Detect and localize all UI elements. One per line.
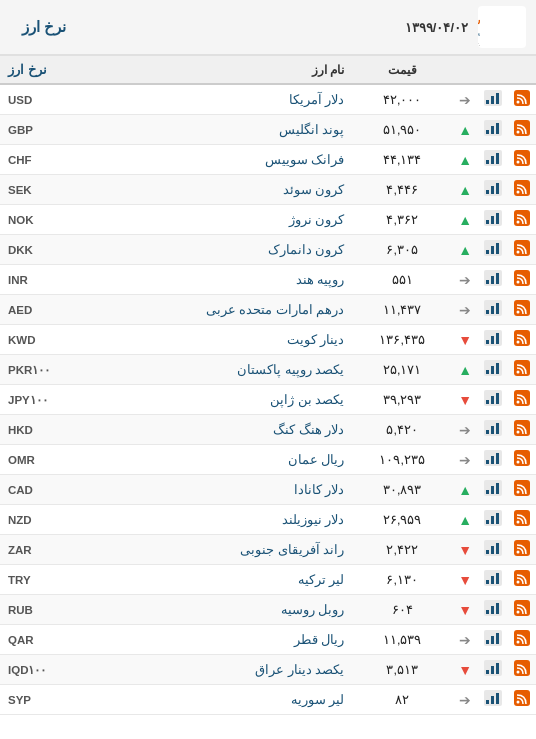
svg-rect-85 xyxy=(486,490,489,494)
chart-icon[interactable] xyxy=(484,480,502,496)
chart-cell[interactable] xyxy=(478,235,508,265)
rss-icon[interactable] xyxy=(514,450,530,466)
arrow-down-icon: ▼ xyxy=(458,332,472,348)
chart-cell[interactable] xyxy=(478,115,508,145)
rss-icon[interactable] xyxy=(514,150,530,166)
rss-cell[interactable] xyxy=(508,175,536,205)
rss-icon[interactable] xyxy=(514,120,530,136)
chart-icon[interactable] xyxy=(484,180,502,196)
chart-cell[interactable] xyxy=(478,84,508,115)
chart-cell[interactable] xyxy=(478,325,508,355)
svg-point-59 xyxy=(517,371,520,374)
chart-icon[interactable] xyxy=(484,600,502,616)
chart-icon[interactable] xyxy=(484,120,502,136)
rss-icon[interactable] xyxy=(514,420,530,436)
rss-icon[interactable] xyxy=(514,690,530,706)
currency-code: DKK xyxy=(0,235,60,265)
svg-rect-99 xyxy=(496,543,499,554)
rss-cell[interactable] xyxy=(508,84,536,115)
chart-cell[interactable] xyxy=(478,655,508,685)
rss-cell[interactable] xyxy=(508,565,536,595)
chart-icon[interactable] xyxy=(484,690,502,706)
rss-icon[interactable] xyxy=(514,510,530,526)
chart-icon[interactable] xyxy=(484,240,502,256)
rss-cell[interactable] xyxy=(508,115,536,145)
chart-cell[interactable] xyxy=(478,445,508,475)
rss-icon[interactable] xyxy=(514,180,530,196)
chart-cell[interactable] xyxy=(478,355,508,385)
chart-cell[interactable] xyxy=(478,205,508,235)
chart-icon[interactable] xyxy=(484,660,502,676)
svg-rect-4 xyxy=(514,90,530,106)
rss-cell[interactable] xyxy=(508,205,536,235)
trend-arrow-cell: ➔ xyxy=(452,265,478,295)
chart-cell[interactable] xyxy=(478,475,508,505)
rss-cell[interactable] xyxy=(508,445,536,475)
rss-icon[interactable] xyxy=(514,600,530,616)
table-header-row: قیمت نام ارز نرخ ارز xyxy=(0,56,536,84)
chart-icon[interactable] xyxy=(484,630,502,646)
chart-cell[interactable] xyxy=(478,385,508,415)
rss-cell[interactable] xyxy=(508,475,536,505)
rss-cell[interactable] xyxy=(508,295,536,325)
chart-cell[interactable] xyxy=(478,505,508,535)
arrow-up-icon: ▲ xyxy=(458,212,472,228)
chart-cell[interactable] xyxy=(478,415,508,445)
rss-icon[interactable] xyxy=(514,270,530,286)
chart-cell[interactable] xyxy=(478,295,508,325)
svg-rect-67 xyxy=(486,400,489,404)
rss-icon[interactable] xyxy=(514,210,530,226)
chart-icon[interactable] xyxy=(484,420,502,436)
rss-cell[interactable] xyxy=(508,385,536,415)
rss-icon[interactable] xyxy=(514,240,530,256)
rss-cell[interactable] xyxy=(508,655,536,685)
rss-cell[interactable] xyxy=(508,685,536,715)
rss-cell[interactable] xyxy=(508,535,536,565)
rss-icon[interactable] xyxy=(514,660,530,676)
svg-rect-32 xyxy=(491,216,494,224)
rss-icon[interactable] xyxy=(514,300,530,316)
rss-icon[interactable] xyxy=(514,330,530,346)
rss-cell[interactable] xyxy=(508,355,536,385)
rss-icon[interactable] xyxy=(514,90,530,106)
chart-icon[interactable] xyxy=(484,510,502,526)
chart-cell[interactable] xyxy=(478,625,508,655)
chart-icon[interactable] xyxy=(484,300,502,316)
chart-cell[interactable] xyxy=(478,175,508,205)
rss-cell[interactable] xyxy=(508,265,536,295)
rss-cell[interactable] xyxy=(508,625,536,655)
rss-cell[interactable] xyxy=(508,235,536,265)
rss-icon[interactable] xyxy=(514,630,530,646)
rss-cell[interactable] xyxy=(508,415,536,445)
chart-icon[interactable] xyxy=(484,390,502,406)
chart-icon[interactable] xyxy=(484,150,502,166)
rss-cell[interactable] xyxy=(508,325,536,355)
chart-cell[interactable] xyxy=(478,145,508,175)
chart-icon[interactable] xyxy=(484,90,502,106)
chart-icon[interactable] xyxy=(484,330,502,346)
chart-icon[interactable] xyxy=(484,270,502,286)
rss-cell[interactable] xyxy=(508,505,536,535)
svg-rect-124 xyxy=(514,690,530,706)
chart-cell[interactable] xyxy=(478,565,508,595)
chart-cell[interactable] xyxy=(478,685,508,715)
col-code-header: نرخ ارز xyxy=(0,56,60,84)
currency-code: INR xyxy=(0,265,60,295)
col-value-header: قیمت xyxy=(352,56,452,84)
rss-icon[interactable] xyxy=(514,390,530,406)
trend-arrow-cell: ▲ xyxy=(452,205,478,235)
chart-cell[interactable] xyxy=(478,535,508,565)
rss-icon[interactable] xyxy=(514,570,530,586)
chart-cell[interactable] xyxy=(478,595,508,625)
chart-icon[interactable] xyxy=(484,450,502,466)
rss-icon[interactable] xyxy=(514,360,530,376)
rss-cell[interactable] xyxy=(508,145,536,175)
chart-cell[interactable] xyxy=(478,265,508,295)
rss-icon[interactable] xyxy=(514,480,530,496)
rss-cell[interactable] xyxy=(508,595,536,625)
chart-icon[interactable] xyxy=(484,540,502,556)
chart-icon[interactable] xyxy=(484,360,502,376)
rss-icon[interactable] xyxy=(514,540,530,556)
chart-icon[interactable] xyxy=(484,570,502,586)
chart-icon[interactable] xyxy=(484,210,502,226)
